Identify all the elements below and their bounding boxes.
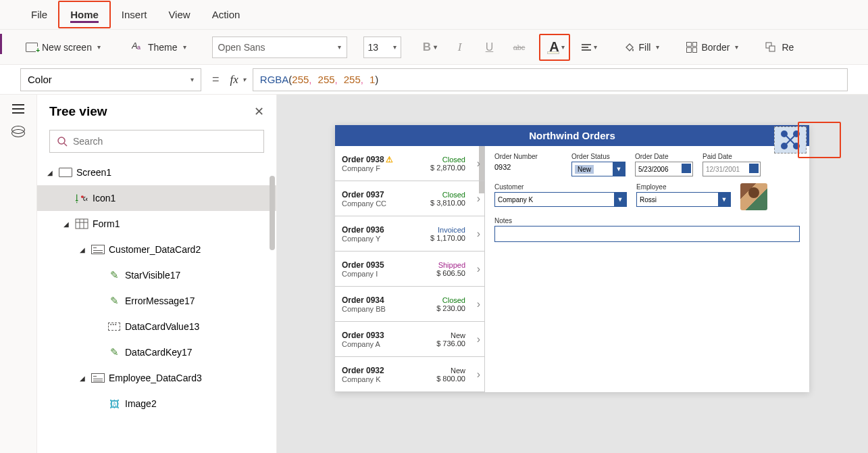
tree-node[interactable]: ✎StarVisible17	[37, 262, 276, 288]
order-date-input[interactable]: 5/23/2006	[635, 162, 693, 176]
customer-label: Customer	[494, 183, 627, 191]
property-select[interactable]: Color ▾	[20, 68, 201, 91]
menu-action[interactable]: Action	[201, 2, 251, 27]
tree-node[interactable]: ◢Customer_DataCard2	[37, 237, 276, 262]
tree-node[interactable]: 🖼Image2	[37, 391, 276, 416]
chevron-right-icon: ›	[477, 298, 480, 310]
pencil-icon: ✎	[107, 347, 121, 358]
order-number-label: Order Number	[494, 153, 562, 160]
employee-combo[interactable]: Rossi▼	[636, 192, 731, 207]
menu-view[interactable]: View	[157, 2, 201, 27]
order-title: Order 0935	[342, 260, 406, 270]
paid-date-input[interactable]: 12/31/2001	[703, 162, 761, 176]
border-button[interactable]: Border ▾	[681, 37, 744, 58]
gallery-row[interactable]: Order 0934Company BBClosed$ 230.00›	[335, 287, 484, 322]
font-color-button[interactable]: A ▾	[539, 34, 570, 61]
font-color-swatch	[547, 51, 559, 54]
tree-node-label: Screen1	[76, 167, 111, 178]
chevron-down-icon: ▾	[735, 43, 738, 51]
chevron-down-icon: ▾	[183, 43, 186, 51]
gallery-row[interactable]: Order 0935Company IShipped$ 606.50›	[335, 252, 484, 287]
gallery-row[interactable]: Order 0936Company YInvoiced$ 1,170.00›	[335, 216, 484, 252]
scrollbar[interactable]	[270, 176, 275, 250]
align-button[interactable]: ▾	[577, 37, 603, 58]
gallery-row[interactable]: Order 0937Company CCClosed$ 3,810.00›	[335, 181, 484, 216]
chevron-down-icon: ▾	[561, 43, 565, 51]
svg-rect-6	[76, 219, 88, 229]
close-icon[interactable]: ✕	[254, 104, 264, 119]
calendar-icon	[749, 164, 759, 173]
menu-bar: File Home Insert View Action	[0, 0, 868, 30]
fx-button[interactable]: fx ▾	[230, 73, 246, 87]
new-screen-label: New screen	[42, 42, 92, 53]
tree-node[interactable]: ◢Employee_DataCard3	[37, 365, 276, 391]
order-title: Order 0937	[342, 190, 406, 199]
italic-button[interactable]: I	[447, 37, 473, 58]
menu-insert[interactable]: Insert	[111, 2, 158, 27]
gallery-row[interactable]: Order 0932Company KNew$ 800.00›	[335, 357, 484, 392]
chevron-right-icon: ›	[477, 228, 480, 240]
gallery-row[interactable]: Order 0933Company ANew$ 736.00›	[335, 322, 484, 357]
tree-node[interactable]: DataCardValue13	[37, 314, 276, 339]
new-screen-button[interactable]: New screen ▾	[20, 37, 106, 58]
company-label: Company Y	[342, 235, 406, 243]
amount-label: $ 1,170.00	[406, 234, 465, 242]
order-status-combo[interactable]: New▼	[571, 162, 626, 176]
order-status-label: Order Status	[571, 153, 626, 160]
new-screen-icon	[26, 43, 38, 52]
status-label: Shipped	[406, 261, 465, 269]
theme-button[interactable]: Aa Theme ▾	[126, 37, 192, 58]
tree-view-rail-button[interactable]	[11, 126, 25, 137]
chevron-right-icon: ›	[477, 368, 480, 381]
tree-search[interactable]	[49, 130, 264, 153]
tree-node[interactable]: ◢Form1	[37, 211, 276, 237]
card-icon	[91, 373, 105, 383]
chevron-right-icon: ›	[477, 158, 480, 170]
hamburger-button[interactable]	[12, 104, 24, 114]
tree-node[interactable]: Icon1	[37, 185, 276, 211]
font-name-select[interactable]: Open Sans ▾	[212, 37, 347, 58]
canvas[interactable]: Northwind Orders Order 0938⚠Company FClo…	[277, 95, 868, 453]
chevron-down-icon: ▾	[190, 76, 194, 83]
fill-button[interactable]: Fill ▾	[619, 37, 665, 58]
tree-node-label: Employee_DataCard3	[109, 373, 202, 383]
formula-input[interactable]: RGBA(255, 255, 255, 1)	[253, 68, 848, 91]
card-icon	[91, 244, 105, 255]
formula-fn: RGBA	[260, 74, 289, 85]
company-label: Company K	[342, 375, 406, 383]
tree-node-label: Icon1	[93, 193, 116, 204]
amount-label: $ 3,810.00	[406, 199, 465, 207]
bold-button[interactable]: B▾	[417, 37, 443, 58]
gallery-row[interactable]: Order 0938⚠Company FClosed$ 2,870.00›	[335, 146, 484, 181]
font-size-value: 13	[368, 42, 379, 53]
company-label: Company CC	[342, 199, 406, 208]
amount-label: $ 736.00	[406, 339, 465, 348]
tree-node[interactable]: ◢Screen1	[37, 160, 276, 185]
chevron-down-icon: ▾	[338, 43, 341, 51]
tree-node[interactable]: ✎DataCardKey17	[37, 339, 276, 365]
status-label: Closed	[406, 296, 465, 304]
employee-avatar	[740, 183, 767, 210]
pencil-icon: ✎	[107, 270, 121, 281]
notes-input[interactable]	[494, 226, 800, 242]
chevron-down-icon: ▾	[393, 43, 397, 51]
search-input[interactable]	[73, 136, 257, 147]
order-title: Order 0932	[342, 366, 406, 375]
underline-button[interactable]: U	[477, 37, 503, 58]
font-size-select[interactable]: 13 ▾	[363, 37, 401, 58]
chevron-right-icon: ›	[477, 193, 480, 205]
order-title: Order 0933	[342, 331, 406, 340]
order-gallery[interactable]: Order 0938⚠Company FClosed$ 2,870.00›Ord…	[335, 146, 485, 392]
menu-home[interactable]: Home	[58, 1, 111, 28]
amount-label: $ 606.50	[406, 269, 465, 277]
menu-file[interactable]: File	[20, 2, 58, 27]
strikethrough-button[interactable]: abc	[507, 37, 532, 58]
screen-icon	[59, 167, 72, 178]
chevron-down-icon: ▾	[656, 43, 659, 51]
tree-node[interactable]: ✎ErrorMessage17	[37, 288, 276, 314]
customer-combo[interactable]: Company K▼	[494, 192, 627, 207]
company-label: Company BB	[342, 305, 406, 313]
tree-node-label: ErrorMessage17	[125, 295, 195, 306]
reorder-button[interactable]: Re	[760, 37, 799, 58]
amount-label: $ 800.00	[406, 375, 465, 383]
